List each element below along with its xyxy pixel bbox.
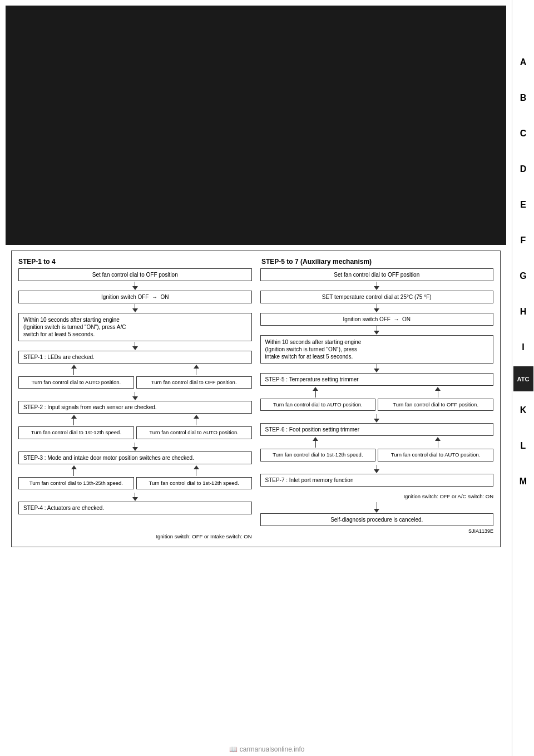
up-arrow-step6-left — [313, 437, 318, 441]
sidebar-tab-g[interactable]: G — [513, 259, 533, 293]
left-note: Ignition switch: OFF or Intake switch: O… — [18, 533, 252, 540]
sidebar-tab-m[interactable]: M — [513, 465, 533, 498]
arrow5 — [18, 443, 252, 451]
step2-text: STEP-2 : Input signals from each sensor … — [23, 404, 157, 410]
left-box3: Within 10 seconds after starting engine(… — [18, 313, 252, 341]
right-title: STEP-5 to 7 (Auxiliary mechanism) — [261, 258, 493, 266]
header-area — [6, 6, 506, 245]
sidebar-tab-i[interactable]: I — [513, 331, 533, 364]
step5-left-branch: Turn fan control dial to AUTO position. — [260, 399, 376, 411]
step2-branches: Turn fan control dial to 1st-12th speed.… — [18, 426, 252, 439]
up-arrow-step2-right — [194, 415, 199, 419]
sidebar-tab-h[interactable]: H — [513, 295, 533, 328]
up-arrow-step1-left — [71, 365, 77, 369]
step1-left-branch: Turn fan control dial to AUTO position. — [18, 376, 134, 389]
step4-box: STEP-4 : Actuators are checked. — [18, 502, 252, 514]
diagram-container: STEP-1 to 4 STEP-5 to 7 (Auxiliary mecha… — [11, 251, 501, 547]
cancel-box: Self-diagnosis procedure is canceled. — [260, 513, 494, 526]
step3-box: STEP-3 : Mode and intake door motor posi… — [18, 451, 252, 464]
step3-branches: Turn fan control dial to 13th-25th speed… — [18, 477, 252, 489]
step2-left-branch: Turn fan control dial to 1st-12th speed. — [18, 426, 134, 439]
up-arrow-step6-right — [435, 437, 441, 441]
arrow2 — [18, 304, 252, 312]
sidebar-tab-atc[interactable]: ATC — [513, 366, 533, 391]
main-content: STEP-1 to 4 STEP-5 to 7 (Auxiliary mecha… — [0, 0, 512, 756]
step5-box: STEP-5 : Temperature setting trimmer — [260, 373, 494, 386]
left-column: Set fan control dial to OFF position Ign… — [18, 268, 252, 540]
step5-branches: Turn fan control dial to AUTO position. … — [260, 399, 494, 411]
step6-branches: Turn fan control dial to 1st-12th speed.… — [260, 449, 494, 461]
r-arrow3 — [260, 326, 494, 335]
left-box1: Set fan control dial to OFF position — [18, 268, 252, 281]
right-column: Set fan control dial to OFF position SET… — [260, 268, 494, 540]
right-box2: SET temperature control dial at 25°C (75… — [260, 291, 494, 303]
inner-diagram: Set fan control dial to OFF position Ign… — [18, 268, 493, 540]
r-arrow6 — [260, 465, 494, 473]
sidebar: A B C D E F G H I ATC K L M — [512, 0, 534, 756]
arrow6 — [18, 493, 252, 501]
sidebar-tab-a[interactable]: A — [513, 46, 533, 79]
up-arrow-step3-left — [71, 465, 77, 469]
sidebar-tab-b[interactable]: B — [513, 81, 533, 115]
left-title: STEP-1 to 4 — [18, 258, 250, 266]
up-arrow-step1-right — [194, 365, 199, 369]
footer-text: 📖 carmanualsonline.info — [229, 745, 304, 753]
step3-wrapper: STEP-3 : Mode and intake door motor posi… — [18, 451, 252, 490]
sidebar-tab-d[interactable]: D — [513, 153, 533, 186]
diagram-ref: SJIA1139E — [260, 528, 494, 534]
step5-wrapper: STEP-5 : Temperature setting trimmer — [260, 373, 494, 412]
step1-box: STEP-1 : LEDs are checked. — [18, 351, 252, 364]
sidebar-tab-c[interactable]: C — [513, 117, 533, 150]
step3-text: STEP-3 : Mode and intake door motor posi… — [23, 455, 194, 461]
r-arrow4 — [260, 364, 494, 372]
r-arrow1 — [260, 282, 494, 290]
sidebar-tab-f[interactable]: F — [513, 224, 533, 257]
r-arrow5 — [260, 414, 494, 423]
left-box3-text: Within 10 seconds after starting engine(… — [23, 317, 126, 337]
step2-wrapper: STEP-2 : Input signals from each sensor … — [18, 401, 252, 440]
arrow4 — [18, 392, 252, 400]
up-arrow-step2-left — [71, 415, 77, 419]
up-arrow-step5-left — [313, 387, 318, 391]
r-arrow2 — [260, 304, 494, 312]
right-box4: Within 10 seconds after starting engine(… — [260, 335, 494, 364]
step2-box: STEP-2 : Input signals from each sensor … — [18, 401, 252, 414]
step6-box: STEP-6 : Foot position setting trimmer — [260, 423, 494, 436]
step3-left-branch: Turn fan control dial to 13th-25th speed… — [18, 477, 134, 489]
left-box2: Ignition switch OFF → ON — [18, 291, 252, 303]
sidebar-tab-e[interactable]: E — [513, 188, 533, 222]
step5-right-branch: Turn fan control dial to OFF position. — [378, 399, 493, 411]
sidebar-tab-l[interactable]: L — [513, 429, 533, 463]
step2-right-branch: Turn fan control dial to AUTO position. — [136, 426, 252, 439]
r-arrow7 — [260, 502, 494, 513]
up-arrow-step5-right — [435, 387, 441, 391]
right-note: Ignition switch: OFF or A/C switch: ON — [260, 493, 494, 500]
up-arrow-step3-right — [194, 465, 199, 469]
step3-right-branch: Turn fan control dial to 1st-12th speed. — [136, 477, 252, 489]
step7-box: STEP-7 : Inlet port memory function — [260, 474, 494, 487]
right-box3-text: Ignition switch OFF → ON — [343, 316, 411, 322]
step1-branches: Turn fan control dial to AUTO position. … — [18, 376, 252, 389]
left-box2-text: Ignition switch OFF → ON — [101, 294, 169, 300]
step6-wrapper: STEP-6 : Foot position setting trimmer — [260, 423, 494, 462]
arrow1 — [18, 282, 252, 290]
right-box4-text: Within 10 seconds after starting engine(… — [265, 339, 362, 360]
step6-right-branch: Turn fan control dial to AUTO position. — [378, 449, 493, 461]
right-box3: Ignition switch OFF → ON — [260, 313, 494, 326]
arrow3 — [18, 342, 252, 350]
step1-wrapper: STEP-1 : LEDs are checked. Tur — [18, 351, 252, 390]
footer-logo: 📖 carmanualsonline.info — [0, 745, 534, 753]
step6-left-branch: Turn fan control dial to 1st-12th speed. — [260, 449, 376, 461]
sidebar-tab-k[interactable]: K — [513, 394, 533, 427]
step1-right-branch: Turn fan control dial to OFF position. — [136, 376, 252, 389]
right-box1: Set fan control dial to OFF position — [260, 268, 494, 281]
diagram-header-row: STEP-1 to 4 STEP-5 to 7 (Auxiliary mecha… — [18, 258, 493, 266]
